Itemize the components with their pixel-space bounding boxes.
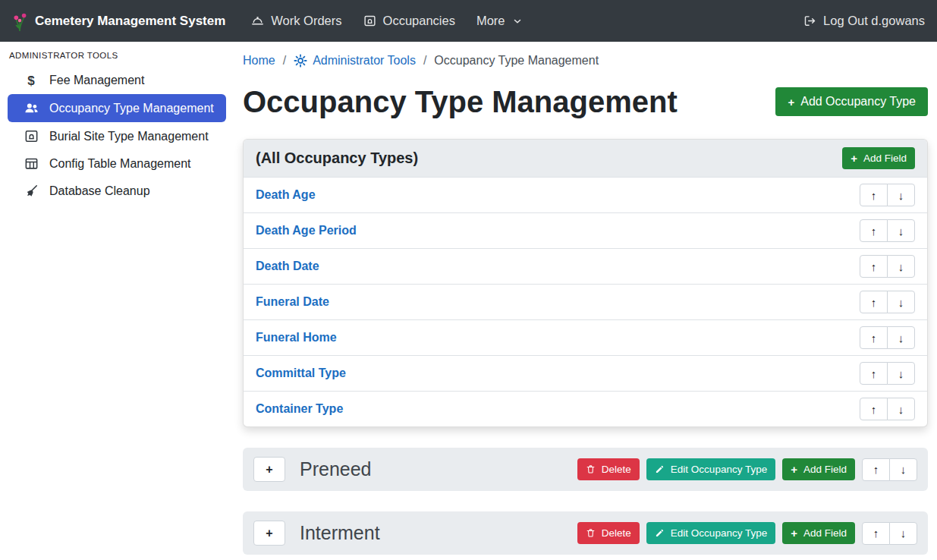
arrow-down-icon: ↓ <box>898 368 904 379</box>
brand-title: Cemetery Management System <box>35 14 225 29</box>
sidebar-item-config-table-management[interactable]: Config Table Management <box>8 150 226 177</box>
field-row: Funeral Date ↑ ↓ <box>244 285 927 320</box>
arrow-up-icon: ↑ <box>871 368 877 379</box>
edit-label: Edit Occupancy Type <box>671 527 767 539</box>
pencil-icon <box>655 464 665 474</box>
expand-button[interactable]: + <box>253 521 285 546</box>
field-row: Container Type ↑ ↓ <box>244 392 927 426</box>
add-field-label: Add Field <box>803 527 847 539</box>
top-navbar: Cemetery Management System Work Orders O… <box>0 0 937 42</box>
breadcrumb-admin-tools-link[interactable]: Administrator Tools <box>294 54 416 68</box>
move-down-button[interactable]: ↓ <box>887 362 915 385</box>
add-field-label: Add Field <box>863 153 907 164</box>
trash-icon <box>586 464 596 474</box>
move-down-button[interactable]: ↓ <box>889 458 917 481</box>
breadcrumb-home-link[interactable]: Home <box>243 54 275 68</box>
delete-label: Delete <box>602 527 631 539</box>
move-down-button[interactable]: ↓ <box>887 326 915 349</box>
breadcrumb-separator: / <box>423 54 426 68</box>
sidebar-item-label: Fee Management <box>49 74 144 87</box>
trash-icon <box>586 528 596 538</box>
reorder-group: ↑ ↓ <box>860 219 915 242</box>
sidebar-item-burial-site-type-management[interactable]: Burial Site Type Management <box>8 123 226 149</box>
sidebar-item-label: Config Table Management <box>49 157 191 171</box>
field-link[interactable]: Funeral Date <box>256 295 329 309</box>
sidebar-item-fee-management[interactable]: $ Fee Management <box>8 68 226 93</box>
sidebar-item-database-cleanup[interactable]: Database Cleanup <box>8 178 226 204</box>
sidebar-item-occupancy-type-management[interactable]: Occupancy Type Management <box>8 94 226 122</box>
main-content: Home / Administrator Tools <box>234 42 937 560</box>
nav-work-orders[interactable]: Work Orders <box>241 0 352 42</box>
all-occupancy-types-card: (All Occupancy Types) + Add Field Death … <box>243 139 928 427</box>
move-up-button[interactable]: ↑ <box>860 326 888 349</box>
arrow-down-icon: ↓ <box>898 332 904 344</box>
field-row: Committal Type ↑ ↓ <box>244 356 927 392</box>
edit-occupancy-type-button[interactable]: Edit Occupancy Type <box>646 458 775 480</box>
move-up-button[interactable]: ↑ <box>860 184 888 206</box>
arrow-up-icon: ↑ <box>871 404 877 415</box>
section-title: Preneed <box>300 458 372 480</box>
reorder-group: ↑ ↓ <box>860 326 915 349</box>
move-down-button[interactable]: ↓ <box>887 398 915 420</box>
nav-more[interactable]: More <box>466 0 533 42</box>
edit-occupancy-type-button[interactable]: Edit Occupancy Type <box>646 522 775 544</box>
field-link[interactable]: Committal Type <box>256 367 346 380</box>
move-down-button[interactable]: ↓ <box>887 219 915 242</box>
field-link[interactable]: Death Date <box>256 260 319 273</box>
reorder-group: ↑ ↓ <box>860 184 915 206</box>
arrow-down-icon: ↓ <box>898 261 904 272</box>
arrow-up-icon: ↑ <box>871 332 877 344</box>
move-up-button[interactable]: ↑ <box>860 219 888 242</box>
card-title: (All Occupancy Types) <box>256 149 418 167</box>
field-link[interactable]: Death Age Period <box>256 224 357 238</box>
users-icon <box>23 100 39 116</box>
field-link[interactable]: Death Age <box>256 188 316 202</box>
move-down-button[interactable]: ↓ <box>889 522 917 545</box>
add-occupancy-type-label: Add Occupancy Type <box>800 95 916 109</box>
brand-link[interactable]: Cemetery Management System <box>12 11 225 32</box>
plus-icon: + <box>851 153 857 164</box>
move-up-button[interactable]: ↑ <box>860 291 888 313</box>
move-down-button[interactable]: ↓ <box>887 184 915 206</box>
move-up-button[interactable]: ↑ <box>862 522 890 545</box>
page-title: Occupancy Type Management <box>243 84 678 119</box>
reorder-group: ↑ ↓ <box>862 522 917 545</box>
move-up-button[interactable]: ↑ <box>860 398 888 420</box>
arrow-up-icon: ↑ <box>871 190 877 201</box>
plus-icon: + <box>266 527 272 540</box>
chevron-down-icon <box>512 16 523 27</box>
arrow-up-icon: ↑ <box>871 297 877 308</box>
field-link[interactable]: Funeral Home <box>256 331 337 344</box>
move-up-button[interactable]: ↑ <box>862 458 890 481</box>
delete-label: Delete <box>602 464 631 475</box>
add-occupancy-type-button[interactable]: + Add Occupancy Type <box>775 87 928 116</box>
broom-icon <box>23 184 39 198</box>
gear-icon <box>294 54 307 68</box>
add-field-button[interactable]: + Add Field <box>842 147 915 169</box>
move-up-button[interactable]: ↑ <box>860 362 888 385</box>
add-field-button[interactable]: + Add Field <box>782 522 855 544</box>
arrow-down-icon: ↓ <box>901 527 907 539</box>
nav-more-label: More <box>476 14 505 28</box>
reorder-group: ↑ ↓ <box>860 255 915 278</box>
move-down-button[interactable]: ↓ <box>887 291 915 313</box>
logout-link[interactable]: Log Out d.gowans <box>793 0 925 42</box>
field-row: Death Age ↑ ↓ <box>244 178 927 213</box>
move-down-button[interactable]: ↓ <box>887 255 915 278</box>
breadcrumb: Home / Administrator Tools <box>243 54 928 68</box>
hard-hat-icon <box>251 14 264 27</box>
field-row: Death Date ↑ ↓ <box>244 249 927 285</box>
field-link[interactable]: Container Type <box>256 402 343 416</box>
table-icon <box>23 156 39 171</box>
move-up-button[interactable]: ↑ <box>860 255 888 278</box>
dollar-icon: $ <box>23 74 39 87</box>
arrow-down-icon: ↓ <box>901 464 907 475</box>
delete-button[interactable]: Delete <box>577 458 640 480</box>
plus-icon: + <box>791 464 797 475</box>
expand-button[interactable]: + <box>253 457 285 482</box>
delete-button[interactable]: Delete <box>577 522 640 544</box>
breadcrumb-home-label: Home <box>243 54 275 68</box>
add-field-button[interactable]: + Add Field <box>782 458 855 480</box>
nav-occupancies[interactable]: Occupancies <box>353 0 466 42</box>
arrow-up-icon: ↑ <box>871 261 877 272</box>
